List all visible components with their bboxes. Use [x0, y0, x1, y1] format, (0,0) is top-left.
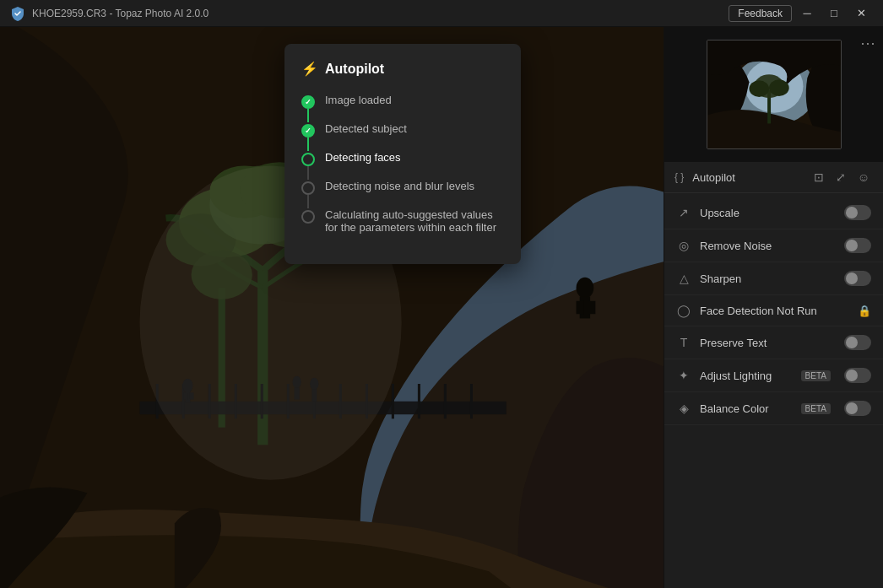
step-image-loaded: Image loaded	[301, 94, 504, 109]
autopilot-header: ⚡ Autopilot	[301, 61, 504, 77]
filter-list: ↗Upscale◎Remove Noise△Sharpen◯Face Detec…	[664, 193, 883, 588]
filter-name-face-detection: Face Detection Not Run	[700, 305, 849, 317]
feedback-button[interactable]: Feedback	[729, 5, 792, 22]
autopilot-row-label: Autopilot	[692, 171, 804, 184]
filter-icon-preserve-text: T	[676, 336, 691, 349]
filter-badge-balance-color: BETA	[801, 403, 831, 414]
filter-icon-balance-color: ◈	[676, 402, 691, 415]
titlebar: KHOE2959.CR3 - Topaz Photo AI 2.0.0 Feed…	[0, 0, 883, 27]
filter-item-balance-color: ◈Balance ColorBETA	[664, 392, 883, 425]
step-connector	[307, 166, 309, 180]
filter-toggle-preserve-text[interactable]	[844, 335, 871, 350]
app-logo-icon	[10, 6, 25, 21]
step-complete-indicator	[301, 124, 315, 138]
filter-name-balance-color: Balance Color	[700, 402, 793, 415]
window-title: KHOE2959.CR3 - Topaz Photo AI 2.0.0	[32, 8, 209, 19]
autopilot-row-actions: ⊡ ⤢ ☺	[810, 169, 873, 186]
filter-name-remove-noise: Remove Noise	[700, 240, 836, 252]
filter-icon-face-detection: ◯	[676, 304, 691, 317]
autopilot-steps: Image loaded Detected subject Detecting …	[301, 94, 504, 234]
step-label: Image loaded	[325, 94, 392, 106]
filter-toggle-remove-noise[interactable]	[844, 238, 871, 253]
step-complete-indicator	[301, 95, 315, 109]
step-detecting-faces: Detecting faces	[301, 151, 504, 166]
svg-rect-37	[577, 301, 584, 315]
filter-item-preserve-text: TPreserve Text	[664, 326, 883, 359]
minimize-button[interactable]: ─	[795, 4, 819, 23]
face-icon-button[interactable]: ☺	[854, 169, 873, 186]
svg-point-35	[577, 278, 594, 299]
filter-toggle-upscale[interactable]	[844, 205, 871, 220]
filter-item-upscale: ↗Upscale	[664, 197, 883, 229]
step-calculating-values: Calculating auto-suggested values for th…	[301, 208, 504, 234]
filter-name-sharpen: Sharpen	[700, 272, 836, 285]
step-running-indicator	[301, 153, 315, 166]
filter-toggle-adjust-lighting[interactable]	[844, 368, 871, 383]
expand-icon-button[interactable]: ⤢	[832, 169, 849, 186]
right-panel: ⋯ { } Autopilot ⊡ ⤢ ☺ ↗Upscale◎Remove No…	[664, 27, 883, 588]
image-area: ⚡ Autopilot Image loaded Detected subjec…	[0, 27, 664, 588]
autopilot-panel-title: Autopilot	[325, 62, 384, 77]
image-thumbnail	[707, 40, 842, 149]
step-label: Calculating auto-suggested values for th…	[325, 208, 504, 234]
filter-item-remove-noise: ◎Remove Noise	[664, 229, 883, 262]
filter-icon-upscale: ↗	[676, 206, 691, 219]
filter-toggle-balance-color[interactable]	[844, 401, 871, 416]
filter-name-upscale: Upscale	[700, 207, 836, 219]
step-pending-indicator	[301, 210, 315, 224]
thumbnail-area: ⋯	[664, 27, 883, 162]
filter-name-preserve-text: Preserve Text	[700, 337, 836, 349]
step-detected-subject: Detected subject	[301, 122, 504, 138]
autopilot-panel: ⚡ Autopilot Image loaded Detected subjec…	[284, 44, 521, 264]
step-connector	[307, 195, 309, 208]
more-options-button[interactable]: ⋯	[860, 34, 876, 52]
filter-badge-adjust-lighting: BETA	[801, 370, 831, 381]
filter-item-adjust-lighting: ✦Adjust LightingBETA	[664, 359, 883, 392]
filter-name-adjust-lighting: Adjust Lighting	[700, 370, 793, 382]
step-pending-indicator	[301, 181, 315, 195]
step-connector	[307, 109, 309, 122]
svg-point-46	[769, 79, 789, 96]
titlebar-controls: Feedback ─ □ ✕	[729, 4, 873, 23]
step-label: Detecting faces	[325, 151, 401, 164]
filter-item-face-detection: ◯Face Detection Not Run🔒	[664, 295, 883, 326]
lightning-icon: ⚡	[301, 61, 318, 77]
filter-lock-face-detection: 🔒	[858, 305, 871, 317]
filter-icon-remove-noise: ◎	[676, 239, 691, 252]
step-label: Detected subject	[325, 122, 407, 135]
crop-icon-button[interactable]: ⊡	[810, 169, 827, 186]
filter-icon-adjust-lighting: ✦	[676, 369, 691, 382]
autopilot-row: { } Autopilot ⊡ ⤢ ☺	[664, 162, 883, 193]
step-connector	[307, 138, 309, 151]
svg-rect-38	[588, 301, 595, 315]
maximize-button[interactable]: □	[822, 4, 846, 23]
thumbnail-image	[707, 40, 841, 148]
titlebar-left: KHOE2959.CR3 - Topaz Photo AI 2.0.0	[10, 6, 209, 21]
step-label: Detecting noise and blur levels	[325, 180, 474, 192]
main-layout: ⚡ Autopilot Image loaded Detected subjec…	[0, 27, 883, 588]
filter-toggle-sharpen[interactable]	[844, 271, 871, 286]
svg-point-45	[749, 80, 769, 97]
filter-icon-sharpen: △	[676, 272, 691, 285]
braces-icon: { }	[674, 171, 684, 183]
step-detecting-noise: Detecting noise and blur levels	[301, 180, 504, 195]
filter-item-sharpen: △Sharpen	[664, 262, 883, 295]
close-button[interactable]: ✕	[849, 4, 873, 23]
